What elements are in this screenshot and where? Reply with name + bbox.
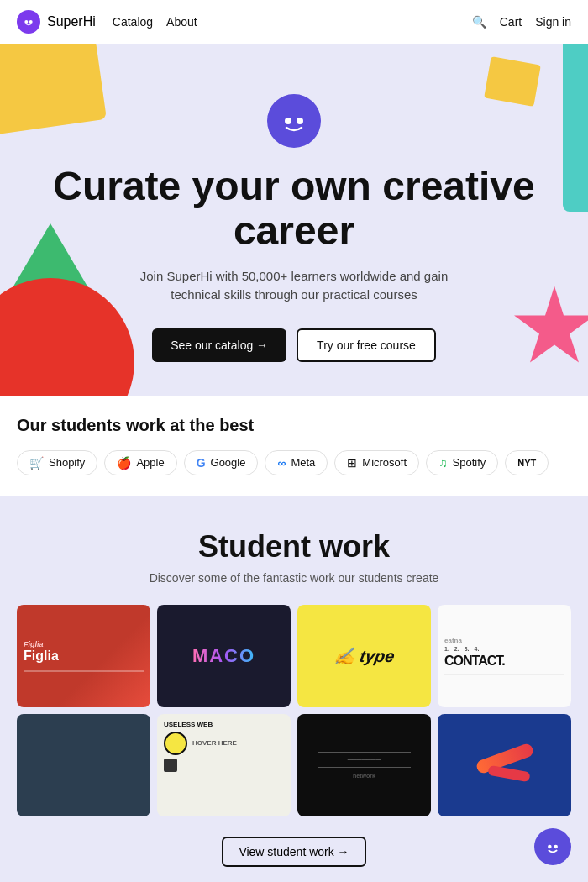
student-grid-row2: USELESS WEB HOVER HERE ─────── network xyxy=(17,714,571,816)
contact-brand: eatna xyxy=(444,637,462,644)
contact-big: CONTACT. xyxy=(444,654,505,669)
companies-list: 🛒 Shopify 🍎 Apple G Google ∞ Meta ⊞ Micr… xyxy=(17,450,571,475)
student-card-lines[interactable]: ─────── network xyxy=(297,714,431,816)
deco-line2 xyxy=(318,767,411,768)
meta-icon: ∞ xyxy=(277,456,286,470)
student-card-handtype[interactable]: ✍ type xyxy=(297,605,431,707)
student-work-section: Student work Discover some of the fantas… xyxy=(0,496,588,882)
companies-section: Our students work at the best 🛒 Shopify … xyxy=(0,396,588,496)
svg-point-0 xyxy=(24,20,28,24)
figlia-divider xyxy=(24,670,144,672)
google-label: Google xyxy=(211,456,246,469)
student-card-travel[interactable] xyxy=(17,714,150,816)
student-grid-row1: Figlia Figlia MACO ✍ type eatna 1.2.3.4. xyxy=(17,605,571,707)
useless-circle xyxy=(164,732,187,755)
meta-label: Meta xyxy=(291,456,315,469)
hero-section: Curate your own creative career Join Sup… xyxy=(0,44,588,396)
company-shopify: 🛒 Shopify xyxy=(17,450,97,475)
logo[interactable]: SuperHi xyxy=(17,10,96,34)
navbar: SuperHi Catalog About 🔍 Cart Sign in xyxy=(0,0,588,44)
student-card-useless[interactable]: USELESS WEB HOVER HERE xyxy=(157,714,291,816)
nyt-icon: NYT xyxy=(517,458,536,468)
hero-title: Curate your own creative career xyxy=(17,165,571,254)
company-google: G Google xyxy=(184,450,259,475)
nav-catalog[interactable]: Catalog xyxy=(113,15,153,29)
hero-subtitle: Join SuperHi with 50,000+ learners world… xyxy=(134,267,454,305)
see-catalog-button[interactable]: See our catalog → xyxy=(152,328,286,362)
view-student-work-button[interactable]: View student work → xyxy=(222,837,365,867)
svg-point-1 xyxy=(29,20,33,24)
nav-links: Catalog About xyxy=(113,15,197,29)
nav-right: 🔍 Cart Sign in xyxy=(472,15,571,29)
company-spotify: ♫ Spotify xyxy=(426,450,498,475)
useless-content: HOVER HERE xyxy=(164,732,237,755)
handtype-label: ✍ type xyxy=(333,646,396,666)
hover-label: HOVER HERE xyxy=(192,739,237,747)
apple-icon: 🍎 xyxy=(117,456,131,470)
student-work-title: Student work xyxy=(17,529,571,564)
deco-yellow-top xyxy=(0,44,107,135)
contact-nums: 1.2.3.4. xyxy=(444,646,479,652)
spotify-label: Spotify xyxy=(453,456,486,469)
deco-line1 xyxy=(318,752,411,753)
maco-label: MACO xyxy=(192,645,255,667)
svg-point-5 xyxy=(554,845,558,849)
snake-shapes xyxy=(475,752,534,779)
useless-title: USELESS WEB xyxy=(164,721,213,728)
nav-about[interactable]: About xyxy=(166,15,197,29)
spotify-icon: ♫ xyxy=(438,456,448,470)
svg-point-4 xyxy=(548,845,552,849)
hero-avatar xyxy=(267,94,321,148)
student-card-snake[interactable] xyxy=(438,714,571,816)
company-apple: 🍎 Apple xyxy=(104,450,176,475)
deco-yellow-small xyxy=(484,56,541,107)
useless-square xyxy=(164,759,177,772)
try-free-button[interactable]: Try our free course xyxy=(297,328,436,362)
student-card-maco[interactable]: MACO xyxy=(157,605,291,707)
figlia-brand: Figlia xyxy=(24,648,59,664)
signin-link[interactable]: Sign in xyxy=(535,15,571,29)
microsoft-icon: ⊞ xyxy=(347,456,357,470)
snake-body2 xyxy=(487,765,530,783)
svg-point-2 xyxy=(285,118,291,124)
logo-icon xyxy=(17,10,40,34)
apple-label: Apple xyxy=(136,456,164,469)
lines-sub: network xyxy=(353,773,375,779)
contact-line xyxy=(444,674,564,675)
google-icon: G xyxy=(197,456,206,470)
shopify-label: Shopify xyxy=(49,456,85,469)
logo-text: SuperHi xyxy=(47,14,96,29)
cart-link[interactable]: Cart xyxy=(500,15,522,29)
lines-label: ─────── xyxy=(348,756,381,764)
company-microsoft: ⊞ Microsoft xyxy=(334,450,419,475)
search-icon[interactable]: 🔍 xyxy=(472,15,486,29)
shopify-icon: 🛒 xyxy=(29,456,44,470)
hero-buttons: See our catalog → Try our free course xyxy=(17,328,571,362)
chat-float-button[interactable] xyxy=(534,828,571,865)
svg-point-3 xyxy=(297,118,303,124)
company-nyt: NYT xyxy=(505,450,549,475)
figlia-sub: Figlia xyxy=(24,640,44,648)
company-meta: ∞ Meta xyxy=(265,450,328,475)
student-work-subtitle: Discover some of the fantastic work our … xyxy=(17,571,571,585)
microsoft-label: Microsoft xyxy=(362,456,407,469)
student-card-figlia[interactable]: Figlia Figlia xyxy=(17,605,150,707)
student-card-contact[interactable]: eatna 1.2.3.4. CONTACT. xyxy=(438,605,571,707)
companies-title: Our students work at the best xyxy=(17,416,571,435)
